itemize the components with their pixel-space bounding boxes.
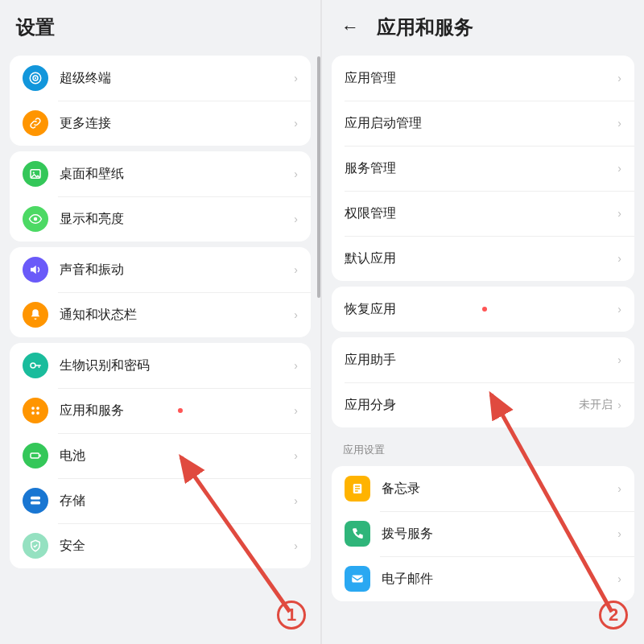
apps-item-label: 应用管理 [345, 70, 481, 87]
apps-item-label: 默认应用 [345, 250, 481, 267]
chevron-right-icon: › [294, 539, 298, 552]
settings-item-notify[interactable]: 通知和状态栏› [10, 292, 311, 337]
svg-point-2 [35, 77, 36, 79]
apps-item-app-launch[interactable]: 应用启动管理› [332, 101, 634, 146]
apps-item-svc-manage[interactable]: 服务管理› [332, 146, 634, 191]
chevron-right-icon: › [617, 303, 621, 316]
settings-item-apps-svc[interactable]: 应用和服务› [10, 388, 311, 433]
settings-item-label: 更多连接 [60, 115, 177, 132]
chevron-right-icon: › [617, 527, 621, 540]
apps-group: 应用管理›应用启动管理›服务管理›权限管理›默认应用› [332, 56, 634, 281]
apps-item-label: 应用启动管理 [345, 115, 481, 132]
key-icon [23, 353, 48, 378]
settings-item-label: 桌面和壁纸 [60, 166, 177, 183]
settings-item-battery[interactable]: 电池› [10, 433, 311, 478]
battery-icon [23, 443, 48, 469]
apps-header: ← 应用和服务 [322, 0, 644, 50]
settings-item-label: 安全 [60, 538, 177, 555]
settings-item-biometrics[interactable]: 生物识别和密码› [10, 343, 311, 388]
settings-item-label: 生物识别和密码 [60, 357, 177, 374]
settings-group: 生物识别和密码›应用和服务›电池›存储›安全› [10, 343, 311, 568]
chevron-right-icon: › [617, 482, 621, 495]
target-icon [23, 65, 48, 91]
apps-group: 应用助手›应用分身未开启› [332, 337, 634, 427]
settings-item-label: 显示和亮度 [60, 211, 177, 228]
svg-rect-14 [31, 502, 40, 505]
image-icon [23, 161, 48, 187]
scrollbar[interactable] [317, 56, 320, 298]
chevron-right-icon: › [617, 72, 621, 85]
apps-item-app-twin[interactable]: 应用分身未开启› [332, 382, 634, 427]
svg-rect-12 [39, 455, 41, 457]
svg-rect-13 [31, 497, 40, 500]
bell-icon [23, 302, 48, 328]
svg-rect-11 [31, 453, 39, 458]
speaker-icon [23, 257, 48, 283]
apps-item-app-assist[interactable]: 应用助手› [332, 337, 634, 382]
chevron-right-icon: › [294, 72, 298, 85]
chevron-right-icon: › [294, 167, 298, 180]
svg-point-8 [36, 407, 39, 410]
apps-item-label: 权限管理 [345, 205, 481, 222]
apps-services-panel: ← 应用和服务 应用管理›应用启动管理›服务管理›权限管理›默认应用›恢复应用›… [322, 0, 644, 644]
settings-header: 设置 [0, 0, 320, 50]
svg-point-5 [34, 217, 38, 221]
app-settings-card: 备忘录›拨号服务›电子邮件› [332, 466, 634, 601]
chevron-right-icon: › [294, 308, 298, 321]
page-title: 应用和服务 [377, 14, 473, 40]
phone-icon [345, 521, 370, 547]
chevron-right-icon: › [617, 117, 621, 130]
chevron-right-icon: › [294, 404, 298, 417]
settings-group: 超级终端›更多连接› [10, 56, 311, 146]
link-icon [23, 110, 48, 136]
svg-rect-16 [352, 576, 363, 583]
app-item-label: 备忘录 [382, 481, 500, 497]
settings-item-sound[interactable]: 声音和振动› [10, 247, 311, 292]
settings-item-display[interactable]: 显示和亮度› [10, 196, 311, 242]
apps-item-label: 恢复应用 [345, 301, 476, 318]
chevron-right-icon: › [617, 572, 621, 585]
chevron-right-icon: › [294, 494, 298, 507]
chevron-right-icon: › [617, 207, 621, 220]
chevron-right-icon: › [294, 263, 298, 276]
note-icon [345, 476, 370, 502]
chevron-right-icon: › [294, 359, 298, 372]
chevron-right-icon: › [617, 398, 621, 411]
settings-item-label: 声音和振动 [60, 262, 177, 279]
app-item-memo[interactable]: 备忘录› [332, 466, 634, 511]
eye-icon [23, 206, 48, 232]
settings-item-label: 通知和状态栏 [60, 307, 177, 324]
app-item-dialer[interactable]: 拨号服务› [332, 511, 634, 556]
chevron-right-icon: › [294, 213, 298, 225]
shield-icon [23, 533, 48, 559]
chevron-right-icon: › [617, 162, 621, 175]
apps-item-app-manage[interactable]: 应用管理› [332, 56, 634, 101]
chevron-right-icon: › [617, 252, 621, 265]
storage-icon [23, 488, 48, 514]
apps-item-default-app[interactable]: 默认应用› [332, 236, 634, 281]
settings-panel: 设置 超级终端›更多连接›桌面和壁纸›显示和亮度›声音和振动›通知和状态栏›生物… [0, 0, 322, 644]
svg-point-4 [33, 171, 35, 173]
settings-item-storage[interactable]: 存储› [10, 478, 311, 523]
apps-section-label: 应用设置 [322, 433, 644, 460]
notification-dot [178, 408, 183, 413]
settings-item-super-terminal[interactable]: 超级终端› [10, 56, 311, 101]
apps-group: 恢复应用› [332, 287, 634, 332]
chevron-right-icon: › [294, 117, 298, 130]
settings-item-label: 超级终端 [60, 70, 177, 87]
mail-icon [345, 566, 370, 592]
settings-group: 声音和振动›通知和状态栏› [10, 247, 311, 337]
settings-item-label: 电池 [60, 448, 177, 464]
apps-item-restore-app[interactable]: 恢复应用› [332, 287, 634, 332]
settings-item-more-connect[interactable]: 更多连接› [10, 101, 311, 146]
settings-item-wallpaper[interactable]: 桌面和壁纸› [10, 151, 311, 196]
app-item-email[interactable]: 电子邮件› [332, 556, 634, 601]
back-icon[interactable]: ← [338, 15, 362, 39]
apps-item-label: 服务管理 [345, 160, 481, 177]
apps-item-perm-manage[interactable]: 权限管理› [332, 191, 634, 236]
settings-item-security[interactable]: 安全› [10, 523, 311, 568]
apps-item-label: 应用助手 [345, 352, 481, 369]
chevron-right-icon: › [617, 353, 621, 366]
app-item-label: 拨号服务 [382, 526, 500, 543]
page-title: 设置 [16, 14, 55, 40]
